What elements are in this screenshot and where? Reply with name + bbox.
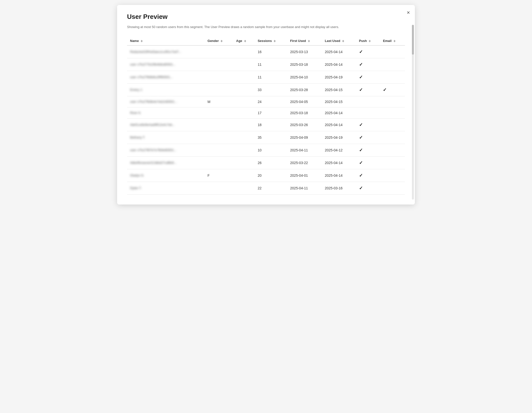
cell-email: [380, 96, 405, 107]
sort-push-icon[interactable]: [369, 40, 371, 42]
cell-name: user x7fu277b10fb4b8u80001...: [127, 58, 204, 71]
table-row: River K.172025-03-182025-04-14: [127, 107, 405, 118]
cell-sessions: 16: [255, 45, 287, 58]
sort-gender-icon[interactable]: [221, 40, 223, 42]
cell-gender: [204, 71, 233, 83]
cell-age: [233, 58, 255, 71]
cell-gender: [204, 144, 233, 156]
cell-push: ✓: [356, 144, 380, 156]
cell-first-used: 2025-03-26: [287, 118, 322, 131]
cell-sessions: 33: [255, 83, 287, 96]
cell-email: [380, 45, 405, 58]
sort-age-icon[interactable]: [244, 40, 246, 42]
cell-sessions: 17: [255, 107, 287, 118]
push-check-icon: ✓: [359, 49, 363, 54]
table-row: user x7fu277b10fb4b8u80001...112025-03-1…: [127, 58, 405, 71]
cell-last-used: 2025-04-15: [322, 96, 356, 107]
col-push[interactable]: Push: [356, 36, 380, 45]
cell-age: [233, 45, 255, 58]
cell-email: [380, 169, 405, 182]
cell-name: Dylan T.: [127, 182, 204, 194]
cell-email: [380, 131, 405, 144]
col-last-used[interactable]: Last Used: [322, 36, 356, 45]
cell-email: [380, 156, 405, 169]
table-row: user x7fu27fb8b8u2fff90001...112025-04-1…: [127, 71, 405, 83]
cell-name: River K.: [127, 107, 204, 118]
cell-last-used: 2025-03-16: [322, 182, 356, 194]
col-age[interactable]: Age: [233, 36, 255, 45]
cell-last-used: 2025-04-14: [322, 58, 356, 71]
cell-push: ✓: [356, 118, 380, 131]
push-check-icon: ✓: [359, 75, 363, 80]
sort-last-used-icon[interactable]: [342, 40, 344, 42]
users-table: Name Gender Age: [127, 36, 405, 195]
cell-sessions: 20: [255, 169, 287, 182]
cell-name: user x7fu27fb8b8u2fff90001...: [127, 71, 204, 83]
col-email[interactable]: Email: [380, 36, 405, 45]
cell-age: [233, 156, 255, 169]
table-row: Gladys G.F202025-04-012025-04-14✓: [127, 169, 405, 182]
sort-email-icon[interactable]: [394, 40, 396, 42]
sort-first-used-icon[interactable]: [308, 40, 310, 42]
modal-subtitle: Showing at most 50 random users from thi…: [127, 25, 405, 30]
table-row: 4dbef9ceacee313dbd27cdBb9...262025-03-22…: [127, 156, 405, 169]
push-check-icon: ✓: [359, 173, 363, 178]
col-sessions[interactable]: Sessions: [255, 36, 287, 45]
cell-push: [356, 107, 380, 118]
cell-sessions: 26: [255, 156, 287, 169]
modal-container: × User Preview Showing at most 50 random…: [117, 5, 415, 205]
sort-sessions-icon[interactable]: [274, 40, 276, 42]
cell-last-used: 2025-04-12: [322, 144, 356, 156]
cell-last-used: 2025-04-15: [322, 83, 356, 96]
close-button[interactable]: ×: [407, 10, 410, 15]
cell-first-used: 2025-03-18: [287, 107, 322, 118]
table-row: Redacted1f9%d3aeu1cuf91c7ed7...162025-03…: [127, 45, 405, 58]
cell-push: ✓: [356, 131, 380, 144]
scrollbar-thumb[interactable]: [412, 25, 414, 55]
cell-last-used: 2025-04-14: [322, 45, 356, 58]
push-check-icon: ✓: [359, 87, 363, 92]
cell-last-used: 2025-04-14: [322, 169, 356, 182]
cell-first-used: 2025-04-01: [287, 169, 322, 182]
cell-gender: M: [204, 96, 233, 107]
cell-name: Bethany T.: [127, 131, 204, 144]
sort-name-icon[interactable]: [141, 40, 143, 42]
cell-age: [233, 71, 255, 83]
cell-sessions: 18: [255, 118, 287, 131]
cell-age: [233, 107, 255, 118]
cell-gender: [204, 131, 233, 144]
cell-first-used: 2025-03-28: [287, 83, 322, 96]
cell-push: ✓: [356, 83, 380, 96]
cell-first-used: 2025-04-11: [287, 144, 322, 156]
col-name[interactable]: Name: [127, 36, 204, 45]
cell-email: [380, 118, 405, 131]
cell-gender: [204, 83, 233, 96]
push-check-icon: ✓: [359, 148, 363, 153]
cell-first-used: 2025-04-10: [287, 71, 322, 83]
cell-first-used: 2025-03-18: [287, 58, 322, 71]
cell-sessions: 10: [255, 144, 287, 156]
cell-first-used: 2025-04-11: [287, 182, 322, 194]
cell-gender: F: [204, 169, 233, 182]
push-check-icon: ✓: [359, 135, 363, 140]
cell-email: [380, 107, 405, 118]
table-row: Dylan T.222025-04-112025-03-16✓: [127, 182, 405, 194]
cell-sessions: 22: [255, 182, 287, 194]
scrollbar-track[interactable]: [412, 25, 414, 200]
cell-gender: [204, 118, 233, 131]
cell-email: [380, 58, 405, 71]
cell-age: [233, 169, 255, 182]
cell-push: ✓: [356, 58, 380, 71]
cell-age: [233, 131, 255, 144]
cell-sessions: 24: [255, 96, 287, 107]
cell-gender: [204, 156, 233, 169]
col-first-used[interactable]: First Used: [287, 36, 322, 45]
cell-email: [380, 71, 405, 83]
cell-gender: [204, 58, 233, 71]
cell-age: [233, 182, 255, 194]
cell-name: user x7fu27f87b7e7fb9e80001...: [127, 144, 204, 156]
push-check-icon: ✓: [359, 160, 363, 165]
col-gender[interactable]: Gender: [204, 36, 233, 45]
cell-sessions: 11: [255, 58, 287, 71]
cell-name: user x7fu27fb9b4e7eb2c80001...: [127, 96, 204, 107]
